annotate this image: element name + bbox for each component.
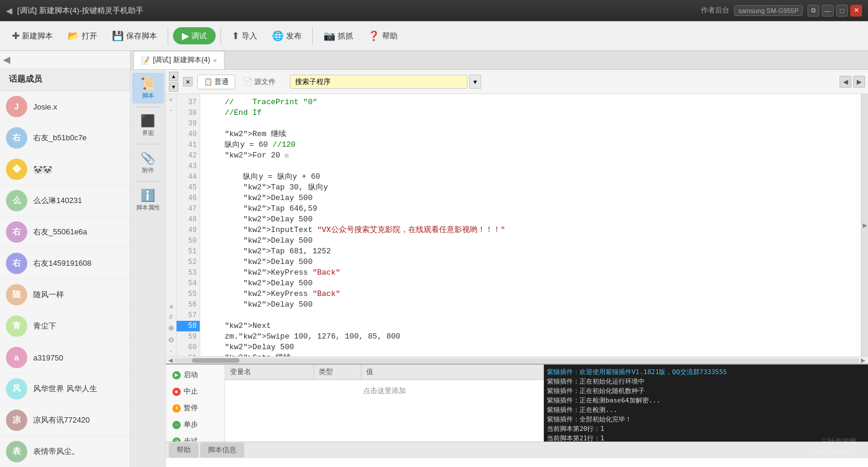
code-line: 纵向y = 60 //120 bbox=[206, 140, 855, 150]
minimize-btn[interactable]: — bbox=[822, 5, 834, 17]
h-scroll-right-btn[interactable]: ▶ bbox=[860, 357, 867, 363]
scroll-action-4[interactable]: ⊖ bbox=[167, 334, 175, 345]
right-expand-btn[interactable]: ▶ bbox=[861, 94, 868, 356]
code-line: "kw2">Delay 500 bbox=[206, 236, 855, 246]
nav-prev-btn[interactable]: ◀ bbox=[840, 76, 851, 88]
start-btn[interactable]: ▶ 启动 bbox=[169, 368, 222, 382]
code-line: "kw2">For 20 ⊟ bbox=[206, 150, 855, 161]
tab-close-btn[interactable]: × bbox=[213, 57, 217, 64]
capture-button[interactable]: 📷 抓抓 bbox=[318, 27, 359, 44]
member-name: 右友_b51b0c7e bbox=[33, 133, 87, 143]
step-btn[interactable]: → 单步 bbox=[169, 417, 222, 432]
member-name: 随风一样 bbox=[33, 289, 64, 300]
list-item[interactable]: 右右友1459191608 bbox=[0, 248, 130, 279]
search-dropdown-btn[interactable]: ▼ bbox=[469, 75, 481, 89]
line-number: 49 bbox=[177, 225, 200, 236]
search-input[interactable] bbox=[290, 75, 467, 89]
stop-btn[interactable]: ■ 中止 bbox=[169, 384, 222, 399]
h-scroll-thumb[interactable] bbox=[192, 358, 239, 363]
list-item[interactable]: 右右友_55061e6a bbox=[0, 217, 130, 248]
line-number: 44 bbox=[177, 172, 200, 182]
avatar: a bbox=[6, 347, 27, 368]
list-item[interactable]: 表表情帝风尘。 bbox=[0, 436, 130, 467]
var-col-type: 类型 bbox=[314, 365, 361, 379]
script-info-tab[interactable]: 脚本信息 bbox=[200, 443, 244, 458]
restore-btn[interactable]: ⧉ bbox=[808, 5, 819, 17]
start-icon: ▶ bbox=[172, 371, 181, 379]
scroll-action-2[interactable]: // bbox=[168, 313, 174, 321]
scroll-action-3[interactable]: ⊕ bbox=[167, 323, 175, 333]
list-item[interactable]: 么么么琳140231 bbox=[0, 185, 130, 217]
icon-panel-properties[interactable]: ℹ️ 脚本属性 bbox=[132, 185, 164, 215]
view-tab-source[interactable]: 📄 源文件 bbox=[237, 75, 282, 89]
horizontal-scrollbar[interactable]: ◀ ▶ bbox=[166, 356, 868, 363]
avatar: 风 bbox=[6, 378, 27, 400]
debug-button[interactable]: ▶ 调试 bbox=[173, 27, 216, 44]
editor-body: 📜 脚本 ⬛ 界面 📎 附件 ℹ️ 脚本属性 bbox=[130, 70, 868, 467]
icon-panel-script[interactable]: 📜 脚本 bbox=[132, 73, 164, 104]
var-table: 变量名 类型 值 点击这里添加 bbox=[225, 365, 544, 442]
list-item[interactable]: 青青尘下 bbox=[0, 311, 130, 342]
device-badge: samsung SM-G955P bbox=[734, 5, 803, 16]
down-btn[interactable]: ▼ bbox=[169, 82, 178, 92]
help-button[interactable]: ❓ 帮助 bbox=[362, 27, 403, 44]
close-btn[interactable]: ✕ bbox=[850, 5, 862, 17]
code-line: "kw2">Delay 500 bbox=[206, 193, 855, 204]
pause-btn[interactable]: ⏸ 暂停 bbox=[169, 401, 222, 416]
list-item[interactable]: JJosie.x bbox=[0, 91, 130, 123]
scroll-down-btn[interactable]: - bbox=[169, 105, 173, 114]
h-scroll-left-btn[interactable]: ◀ bbox=[167, 357, 174, 363]
import-button[interactable]: ⬆ 导入 bbox=[226, 27, 263, 44]
open-button[interactable]: 📂 打开 bbox=[62, 27, 103, 44]
script-tab[interactable]: 📝 [调试] 新建脚本(4) × bbox=[133, 51, 225, 69]
stop-icon: ■ bbox=[172, 388, 181, 396]
ui-icon: ⬛ bbox=[140, 114, 155, 128]
member-name: 表情帝风尘。 bbox=[33, 446, 79, 457]
step-icon: → bbox=[172, 421, 181, 429]
log-line: 紫猫插件：正在初始化随机数种子 bbox=[547, 387, 865, 396]
var-empty-hint[interactable]: 点击这里添加 bbox=[225, 380, 543, 402]
scroll-up-btn[interactable]: + bbox=[168, 95, 174, 104]
line-number: 39 bbox=[177, 118, 200, 129]
line-number: 41 bbox=[177, 140, 200, 150]
code-area-wrapper: + - ✕ // ⊕ ⊖ - 3738394041424344454647484… bbox=[166, 94, 868, 356]
list-item[interactable]: �🐼🐼 bbox=[0, 154, 130, 185]
icon-panel-ui[interactable]: ⬛ 界面 bbox=[132, 110, 164, 141]
list-item[interactable]: aa319750 bbox=[0, 342, 130, 373]
save-button[interactable]: 💾 保存脚本 bbox=[106, 27, 163, 44]
maximize-btn[interactable]: □ bbox=[836, 5, 848, 17]
code-editor[interactable]: 3738394041424344454647484950515253545556… bbox=[177, 94, 861, 356]
main-toolbar: ✚ 新建脚本 📂 打开 💾 保存脚本 ▶ 调试 ⬆ 导入 🌐 发布 📷 抓抓 ❓… bbox=[0, 21, 868, 51]
scroll-action-1[interactable]: ✕ bbox=[168, 302, 175, 311]
icon-panel-attachment[interactable]: 📎 附件 bbox=[132, 147, 164, 178]
cross-btn[interactable]: ✕ bbox=[183, 77, 193, 86]
up-btn[interactable]: ▲ bbox=[169, 72, 178, 81]
icon-panel-attachment-label: 附件 bbox=[142, 166, 154, 175]
member-name: 右友_55061e6a bbox=[33, 227, 87, 237]
new-script-button[interactable]: ✚ 新建脚本 bbox=[6, 27, 59, 44]
log-line: 紫猫插件：正在检测... bbox=[547, 405, 865, 415]
list-item[interactable]: 凉凉风有讯772420 bbox=[0, 405, 130, 436]
list-item[interactable]: 右右友_b51b0c7e bbox=[0, 123, 130, 154]
publish-button[interactable]: 🌐 发布 bbox=[266, 27, 308, 44]
divider-1 bbox=[168, 27, 168, 45]
code-content[interactable]: // TracePrint "0" //End If "kw2">Rem 继续 … bbox=[200, 94, 861, 356]
list-item[interactable]: 风风华世界 风华人生 bbox=[0, 373, 130, 405]
help-tab[interactable]: 帮助 bbox=[169, 443, 198, 458]
script-icon: 📜 bbox=[140, 76, 155, 91]
member-name: 青尘下 bbox=[33, 321, 56, 331]
avatar: 凉 bbox=[6, 410, 27, 431]
list-item[interactable]: 随随风一样 bbox=[0, 279, 130, 311]
view-tab-normal[interactable]: 📋 普通 bbox=[197, 75, 235, 89]
h-scroll-track[interactable] bbox=[174, 358, 860, 363]
normal-tab-label: 普通 bbox=[214, 77, 229, 87]
scroll-action-5[interactable]: - bbox=[169, 346, 173, 355]
chat-sidebar: ◀ 话题成员 JJosie.x右右友_b51b0c7e�🐼🐼么么么琳140231… bbox=[0, 51, 130, 467]
divider-3 bbox=[312, 27, 313, 45]
avatar: 右 bbox=[6, 221, 27, 243]
nav-next-btn[interactable]: ▶ bbox=[853, 76, 865, 88]
back-arrow[interactable]: ◀ bbox=[6, 6, 12, 15]
pause-label: 暂停 bbox=[184, 403, 198, 413]
avatar: 表 bbox=[6, 441, 27, 462]
sidebar-back-arrow[interactable]: ◀ bbox=[0, 51, 130, 68]
